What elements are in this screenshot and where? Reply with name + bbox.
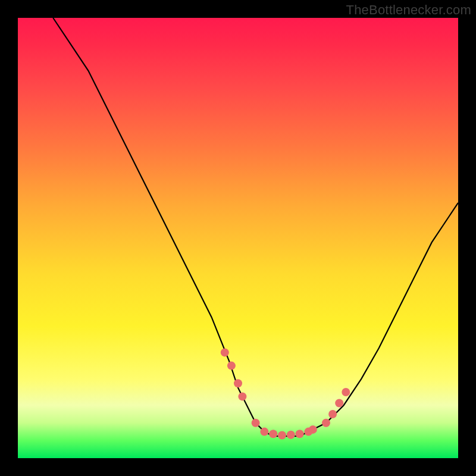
- attribution-label: TheBottlenecker.com: [346, 2, 471, 18]
- marker-point: [269, 430, 277, 438]
- marker-point: [322, 419, 330, 427]
- marker-point: [238, 392, 246, 400]
- plot-area: [18, 18, 458, 458]
- curve-layer: [18, 18, 458, 458]
- marker-point: [287, 431, 295, 439]
- marker-point: [234, 379, 242, 387]
- marker-point: [328, 410, 337, 418]
- marker-point: [227, 362, 236, 370]
- bottleneck-curve: [53, 18, 458, 436]
- marker-point: [260, 428, 268, 436]
- marker-point: [221, 348, 229, 356]
- marker-point: [342, 388, 350, 396]
- marker-point: [335, 399, 343, 408]
- chart-frame: TheBottlenecker.com: [0, 0, 476, 476]
- marker-point: [296, 430, 304, 438]
- marker-point: [278, 431, 286, 440]
- highlight-points: [221, 348, 350, 439]
- marker-point: [309, 425, 317, 434]
- marker-point: [252, 419, 260, 427]
